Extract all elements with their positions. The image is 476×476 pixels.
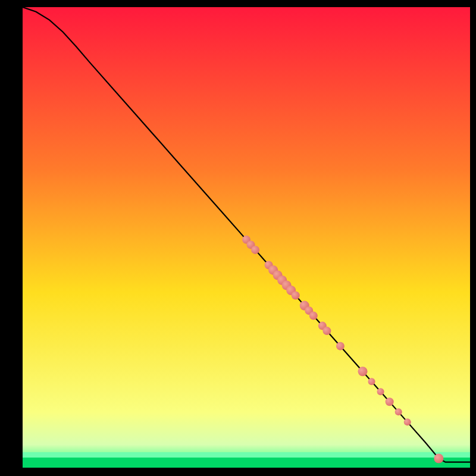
data-point [368, 378, 375, 385]
data-point [336, 342, 345, 350]
data-point [322, 327, 331, 335]
data-point [309, 312, 318, 320]
data-point [292, 292, 300, 300]
data-point [251, 246, 259, 254]
data-point [377, 388, 384, 395]
green-band-light [23, 452, 470, 458]
green-band [23, 458, 470, 468]
data-point [434, 454, 443, 464]
bottleneck-chart [23, 7, 470, 468]
data-point [395, 408, 402, 415]
chart-frame: TheBottleneck.com [23, 7, 470, 468]
data-point [386, 397, 394, 406]
data-point [358, 367, 368, 376]
data-point [404, 418, 411, 425]
